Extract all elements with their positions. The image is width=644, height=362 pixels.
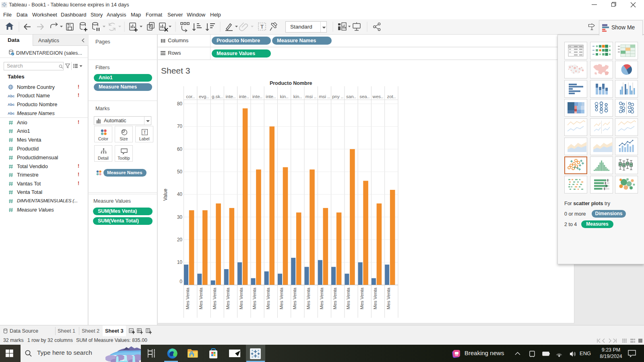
svg-text:san..: san.. bbox=[346, 94, 356, 99]
svg-text:kin..: kin.. bbox=[293, 94, 302, 99]
svg-text:Mes Venta: Mes Venta bbox=[292, 287, 297, 309]
svg-text:inte..: inte.. bbox=[266, 94, 276, 99]
svg-text:Mes Venta: Mes Venta bbox=[386, 287, 391, 309]
svg-text:Mes Venta: Mes Venta bbox=[198, 287, 203, 309]
svg-text:pny ..: pny .. bbox=[332, 94, 343, 99]
svg-text:T: T bbox=[260, 24, 264, 30]
svg-text:10: 10 bbox=[177, 259, 183, 265]
svg-text:T: T bbox=[143, 130, 146, 135]
svg-text:Mes Venta: Mes Venta bbox=[212, 287, 217, 309]
svg-text:Mes Venta: Mes Venta bbox=[332, 287, 337, 309]
svg-text:Mes Venta: Mes Venta bbox=[239, 287, 244, 309]
svg-text:0: 0 bbox=[180, 279, 182, 284]
svg-text:30: 30 bbox=[177, 214, 183, 220]
svg-text:50: 50 bbox=[177, 169, 183, 175]
svg-text:Mes Venta: Mes Venta bbox=[266, 287, 270, 309]
svg-text:sea..: sea.. bbox=[359, 94, 369, 99]
svg-text:Mes Venta: Mes Venta bbox=[319, 287, 324, 309]
svg-text:cor..: cor.. bbox=[186, 94, 195, 99]
svg-text:Value: Value bbox=[163, 189, 168, 201]
svg-text:Producto Nombre: Producto Nombre bbox=[270, 80, 312, 86]
svg-text:g.sk..: g.sk.. bbox=[212, 94, 223, 99]
svg-text:80: 80 bbox=[177, 101, 183, 107]
svg-text:msi ..: msi .. bbox=[305, 94, 316, 99]
svg-text:Sheet 3: Sheet 3 bbox=[161, 66, 190, 75]
svg-text:zot..: zot.. bbox=[387, 94, 396, 99]
svg-text:60: 60 bbox=[177, 146, 183, 152]
svg-text:Mes Venta: Mes Venta bbox=[225, 287, 230, 309]
svg-text:Mes Venta: Mes Venta bbox=[279, 287, 284, 309]
svg-text:20: 20 bbox=[177, 237, 183, 243]
svg-text:inte..: inte.. bbox=[225, 94, 235, 99]
svg-text:40: 40 bbox=[177, 191, 183, 197]
svg-text:70: 70 bbox=[177, 123, 183, 129]
svg-text:Mes Venta: Mes Venta bbox=[185, 287, 190, 309]
svg-text:kin..: kin.. bbox=[280, 94, 289, 99]
svg-text:wes..: wes.. bbox=[372, 94, 384, 99]
svg-text:Mes Venta: Mes Venta bbox=[252, 287, 257, 309]
svg-text:evg..: evg.. bbox=[199, 94, 209, 99]
svg-text:inte..: inte.. bbox=[239, 94, 249, 99]
svg-text:Mes Venta: Mes Venta bbox=[346, 287, 351, 309]
svg-text:Mes Venta: Mes Venta bbox=[359, 287, 364, 309]
svg-text:msi ..: msi .. bbox=[319, 94, 330, 99]
svg-text:Mes Venta: Mes Venta bbox=[373, 287, 378, 309]
svg-text:inte..: inte.. bbox=[252, 94, 262, 99]
svg-text:Mes Venta: Mes Venta bbox=[306, 287, 311, 309]
